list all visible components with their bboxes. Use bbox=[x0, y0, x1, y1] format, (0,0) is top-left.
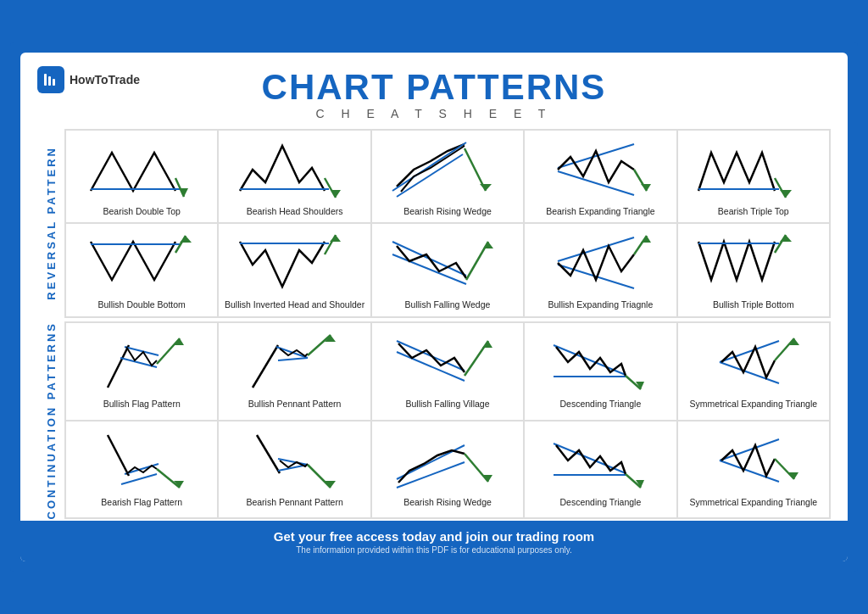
main-title: CHART PATTERNS bbox=[262, 70, 607, 105]
continuation-grid: Bullish Flag Pattern Bullish Pennant bbox=[64, 321, 831, 519]
svg-line-46 bbox=[278, 358, 308, 360]
inner-container: HowToTrade CHART PATTERNS C H E A T S H … bbox=[20, 53, 848, 562]
label-bullish-flag: Bullish Flag Pattern bbox=[103, 399, 181, 410]
pattern-bearish-double-top: Bearish Double Top bbox=[65, 130, 218, 224]
svg-rect-0 bbox=[44, 74, 47, 86]
svg-line-66 bbox=[257, 435, 280, 473]
pattern-bearish-rising-wedge: Bearish Rising Wedge bbox=[371, 130, 524, 224]
label-bearish-rising-wedge-2: Bearish Rising Wedge bbox=[403, 497, 492, 509]
svg-line-63 bbox=[121, 474, 157, 484]
footer-sub-text: The information provided within this PDF… bbox=[20, 545, 848, 555]
svg-line-38 bbox=[108, 345, 129, 388]
svg-marker-17 bbox=[641, 184, 651, 191]
label-bullish-double-bottom: Bullish Double Bottom bbox=[98, 299, 186, 311]
svg-line-53 bbox=[554, 345, 626, 375]
reversal-grid: Bearish Double Top Bearish Head Shoulder… bbox=[64, 129, 831, 318]
svg-line-61 bbox=[108, 435, 129, 476]
svg-line-43 bbox=[253, 345, 278, 388]
pattern-bearish-expanding-triangle: Bearish Expanding Triangle bbox=[524, 130, 676, 224]
pattern-bearish-pennant: Bearish Pennant Pattern bbox=[218, 421, 370, 519]
label-bullish-falling-village: Bullish Falling Village bbox=[405, 399, 489, 410]
svg-line-41 bbox=[157, 338, 180, 364]
pattern-symmetrical-expanding-2: Symmetrical Expanding Triangle bbox=[677, 421, 830, 519]
pattern-bullish-pennant: Bullish Pennant Pattern bbox=[218, 322, 370, 421]
header: HowToTrade CHART PATTERNS C H E A T S H … bbox=[37, 66, 831, 120]
svg-line-80 bbox=[720, 460, 779, 482]
label-bearish-double-top: Bearish Double Top bbox=[103, 206, 180, 218]
label-symmetrical-expanding-2: Symmetrical Expanding Triangle bbox=[690, 497, 818, 509]
label-descending-triangle-1: Descending Triangle bbox=[560, 399, 642, 410]
svg-rect-2 bbox=[53, 79, 55, 86]
pattern-bearish-flag: Bearish Flag Pattern bbox=[65, 421, 218, 519]
label-descending-triangle-2: Descending Triangle bbox=[560, 497, 642, 509]
label-bearish-rising-wedge: Bearish Rising Wedge bbox=[403, 206, 492, 218]
pattern-bullish-expanding-triangle: Bullish Expanding Triagnle bbox=[524, 223, 676, 317]
svg-marker-9 bbox=[331, 190, 341, 198]
label-symmetrical-expanding-1: Symmetrical Expanding Triangle bbox=[690, 399, 818, 410]
label-bullish-expanding-triangle: Bullish Expanding Triagnle bbox=[548, 299, 654, 311]
svg-marker-26 bbox=[330, 235, 341, 242]
svg-line-15 bbox=[558, 171, 634, 195]
footer: Get your free access today and join our … bbox=[20, 521, 848, 561]
pattern-descending-triangle-1: Descending Triangle bbox=[524, 322, 676, 421]
pattern-descending-triangle-2: Descending Triangle bbox=[524, 421, 676, 519]
label-bearish-flag: Bearish Flag Pattern bbox=[101, 497, 182, 509]
outer-container: HowToTrade CHART PATTERNS C H E A T S H … bbox=[10, 42, 858, 572]
pattern-bullish-falling-village: Bullish Falling Village bbox=[371, 322, 524, 421]
pattern-bullish-inverted-head-shoulder: Bullish Inverted Head and Shoulder bbox=[218, 223, 370, 317]
label-bearish-head-shoulders: Bearish Head Shoulders bbox=[247, 206, 343, 218]
reversal-label: REVERSAL PATTERN bbox=[45, 146, 58, 300]
label-bearish-triple-top: Bearish Triple Top bbox=[718, 206, 789, 218]
footer-main-text: Get your free access today and join our … bbox=[20, 529, 848, 544]
svg-line-69 bbox=[308, 465, 331, 488]
svg-marker-37 bbox=[780, 235, 792, 242]
svg-line-31 bbox=[558, 237, 634, 261]
svg-line-14 bbox=[558, 144, 634, 168]
label-bullish-triple-bottom: Bullish Triple Bottom bbox=[713, 299, 794, 311]
svg-marker-23 bbox=[180, 236, 192, 243]
svg-rect-1 bbox=[48, 76, 51, 86]
svg-marker-74 bbox=[482, 475, 492, 482]
logo-text: HowToTrade bbox=[70, 73, 140, 87]
pattern-bullish-flag: Bullish Flag Pattern bbox=[65, 322, 218, 421]
svg-line-47 bbox=[308, 335, 331, 355]
svg-marker-20 bbox=[780, 190, 792, 198]
continuation-section: CONTINUATION PATTERNS bbox=[37, 321, 831, 519]
pattern-bullish-falling-wedge: Bullish Falling Wedge bbox=[371, 223, 524, 317]
svg-marker-52 bbox=[482, 341, 492, 348]
label-bullish-inverted-head-shoulder: Bullish Inverted Head and Shoulder bbox=[225, 299, 364, 311]
label-bearish-expanding-triangle: Bearish Expanding Triangle bbox=[546, 206, 654, 218]
continuation-label-col: CONTINUATION PATTERNS bbox=[37, 321, 64, 519]
svg-line-62 bbox=[125, 464, 159, 474]
label-bullish-falling-wedge: Bullish Falling Wedge bbox=[405, 299, 491, 311]
reversal-section: REVERSAL PATTERN Bearish Double Top bbox=[37, 129, 831, 318]
pattern-bearish-head-shoulders: Bearish Head Shoulders bbox=[218, 130, 370, 224]
pattern-bullish-triple-bottom: Bullish Triple Bottom bbox=[677, 223, 830, 317]
continuation-label: CONTINUATION PATTERNS bbox=[45, 321, 58, 519]
label-bearish-pennant: Bearish Pennant Pattern bbox=[246, 497, 342, 509]
svg-marker-34 bbox=[641, 236, 651, 243]
svg-line-75 bbox=[554, 444, 626, 473]
pattern-bearish-triple-top: Bearish Triple Top bbox=[677, 130, 830, 224]
svg-line-10 bbox=[392, 142, 466, 191]
svg-marker-13 bbox=[480, 184, 492, 191]
svg-marker-30 bbox=[483, 242, 493, 248]
logo-area: HowToTrade bbox=[37, 66, 140, 93]
reversal-label-col: REVERSAL PATTERN bbox=[37, 129, 64, 318]
logo-icon bbox=[37, 66, 64, 93]
pattern-symmetrical-expanding-1: Symmetrical Expanding Triangle bbox=[677, 322, 830, 421]
svg-line-58 bbox=[720, 362, 779, 383]
sub-title: C H E A T S H E E T bbox=[316, 107, 553, 120]
svg-line-64 bbox=[157, 469, 180, 488]
pattern-bullish-double-bottom: Bullish Double Bottom bbox=[65, 223, 218, 317]
label-bullish-pennant: Bullish Pennant Pattern bbox=[248, 399, 342, 410]
svg-line-81 bbox=[775, 459, 794, 479]
pattern-bearish-rising-wedge-2: Bearish Rising Wedge bbox=[371, 421, 524, 519]
